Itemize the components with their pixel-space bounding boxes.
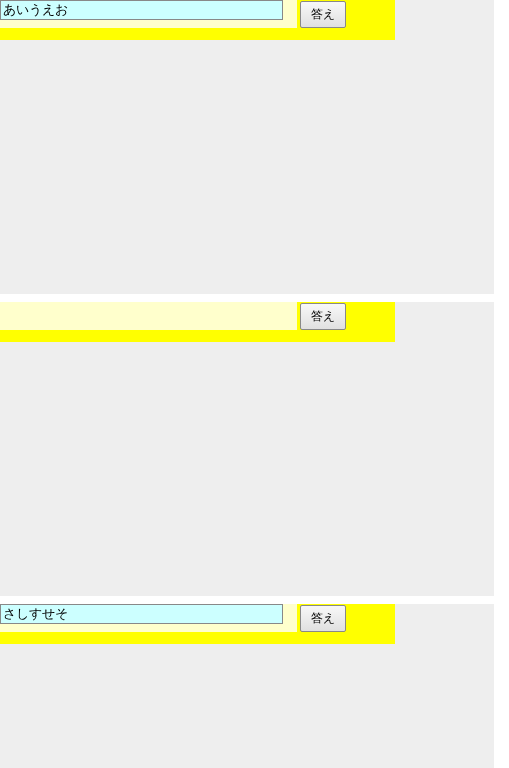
- content-area: [0, 342, 494, 596]
- quiz-panel-1: 答え: [0, 0, 494, 294]
- content-area: [0, 40, 494, 294]
- answer-input[interactable]: [0, 0, 283, 20]
- input-area: [0, 0, 297, 28]
- content-area: [0, 644, 494, 768]
- header-row: 答え: [0, 0, 395, 40]
- header-row: 答え: [0, 604, 395, 644]
- button-area: 答え: [297, 302, 346, 330]
- answer-button[interactable]: 答え: [300, 303, 346, 330]
- quiz-panel-3: 答え: [0, 604, 494, 768]
- quiz-panel-2: 答え: [0, 302, 494, 596]
- input-area: [0, 604, 297, 632]
- header-row: 答え: [0, 302, 395, 342]
- button-area: 答え: [297, 0, 346, 28]
- answer-button[interactable]: 答え: [300, 1, 346, 28]
- answer-input[interactable]: [0, 604, 283, 624]
- input-area: [0, 302, 297, 330]
- button-area: 答え: [297, 604, 346, 632]
- answer-button[interactable]: 答え: [300, 605, 346, 632]
